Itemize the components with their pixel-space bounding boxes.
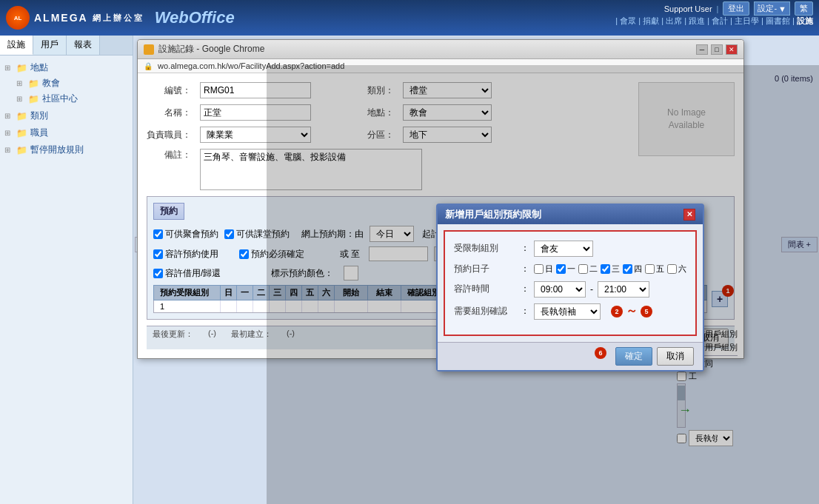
confirm-group-label: 需要組別確認 <box>454 305 521 317</box>
nav-item-followup[interactable]: 跟進 <box>689 16 705 25</box>
expand-icon: ⊞ <box>16 79 25 87</box>
sidebar-tabs: 設施 用戶 報表 <box>0 36 133 56</box>
confirm-button[interactable]: 確定 <box>615 347 652 366</box>
confirm-group-select[interactable]: 長執領袖 <box>534 303 601 320</box>
nav-item-facilities[interactable]: 設施 <box>797 16 813 25</box>
td-group-num: 1 <box>154 300 221 312</box>
tilde-annotation: ～ <box>626 303 638 319</box>
restricted-group-select[interactable]: 會友 <box>534 241 593 257</box>
name-label: 名稱： <box>147 107 191 119</box>
sidebar-item-locations[interactable]: ⊞ 📁 地點 <box>4 60 128 75</box>
allow-use[interactable]: 容許預約使用 <box>153 248 218 261</box>
minimize-button[interactable]: ─ <box>696 44 708 55</box>
add-dialog: 新增用戶組別預約限制 ✕ 受限制組別 ： 會友 <box>436 204 704 372</box>
logout-button[interactable]: 登出 <box>723 1 749 16</box>
church-label: 教會 <box>42 77 60 90</box>
expand-icon: ⊞ <box>4 129 13 137</box>
day-fri-label[interactable]: 五 <box>645 263 664 275</box>
dialog-titlebar: 新增用戶組別預約限制 ✕ <box>438 205 703 224</box>
sidebar-item-community[interactable]: ⊞ 📁 社區中心 <box>4 91 128 107</box>
dialog-close-button[interactable]: ✕ <box>683 209 695 221</box>
day-wed-checkbox[interactable] <box>601 264 610 274</box>
community-label: 社區中心 <box>42 93 78 105</box>
dialog-overlay: 新增用戶組別預約限制 ✕ 受限制組別 ： 會友 <box>267 65 819 504</box>
restore-button[interactable]: □ <box>711 44 723 55</box>
booking-days-label: 預約日子 <box>454 263 521 275</box>
dialog-body: 受限制組別 ： 會友 預約日子 ： 日 <box>444 230 697 336</box>
sidebar-item-church[interactable]: ⊞ 📁 教會 <box>4 75 128 91</box>
allow-use-checkbox[interactable] <box>153 249 163 259</box>
chrome-controls: ─ □ ✕ <box>696 44 738 55</box>
day-sun-checkbox[interactable] <box>534 264 544 274</box>
suspend-label: 暫停開放規則 <box>30 144 84 156</box>
time-from-select[interactable]: 09:00 <box>534 281 586 298</box>
header-user-area: Support User | 登出 設定- ▼ 繁 <box>664 1 813 16</box>
td-mon <box>237 300 253 312</box>
top-header: AL ALMEGA 網上辦公室 WebOffice Support User |… <box>0 0 819 36</box>
page-icon <box>144 44 154 55</box>
sidebar-item-suspend[interactable]: ⊞ 📁 暫停開放規則 <box>4 142 128 158</box>
chrome-title-text: 設施記錄 - Google Chrome <box>158 43 264 56</box>
time-to-select[interactable]: 21:00 <box>598 281 649 298</box>
day-sun-label[interactable]: 日 <box>534 263 553 275</box>
tagline: 網上辦公室 <box>93 13 144 24</box>
allow-class-checkbox[interactable] <box>224 229 234 239</box>
support-user-label: Support User <box>664 4 712 13</box>
time-separator: - <box>590 284 593 295</box>
settings-dropdown[interactable]: 設定- ▼ <box>754 1 790 16</box>
header-right: Support User | 登出 設定- ▼ 繁 | 會眾 | 捐獻 | 出席… <box>615 1 813 27</box>
tab-facilities[interactable]: 設施 <box>0 36 33 55</box>
expand-icon: ⊞ <box>16 95 25 103</box>
sidebar-item-staff[interactable]: ⊞ 📁 職員 <box>4 125 128 141</box>
lang-button[interactable]: 繁 <box>795 1 813 16</box>
day-thu-label[interactable]: 四 <box>623 263 642 275</box>
close-button[interactable]: ✕ <box>726 44 738 55</box>
tree-section-categories: ⊞ 📁 類別 <box>4 108 128 124</box>
nav-item-congregation[interactable]: 會眾 <box>620 16 636 25</box>
day-fri-checkbox[interactable] <box>645 264 655 274</box>
logo-icon: AL <box>6 6 30 30</box>
day-tue-label[interactable]: 二 <box>578 263 598 275</box>
day-mon-checkbox[interactable] <box>556 264 566 274</box>
last-update-value: (-) <box>208 329 216 347</box>
categories-label: 類別 <box>30 110 48 122</box>
badge-5: 5 <box>641 306 652 317</box>
url-icon: 🔒 <box>144 62 153 70</box>
staff-label: 負責職員： <box>147 129 191 141</box>
expand-icon: ⊞ <box>4 64 13 72</box>
nav-item-sunday-school[interactable]: 主日學 <box>735 16 759 25</box>
staff-label: 職員 <box>30 127 48 139</box>
nav-item-library[interactable]: 圖書館 <box>766 16 790 25</box>
dialog-row-time: 容許時間 ： 09:00 - 21:00 <box>454 281 686 298</box>
content-area: 地 間表 + 0 (0 items) 設施記錄 - Google Chrome … <box>133 36 819 504</box>
tab-users[interactable]: 用戶 <box>33 36 67 55</box>
folder-icon: 📁 <box>16 111 27 121</box>
allow-borrow-checkbox[interactable] <box>153 269 163 278</box>
folder-icon: 📁 <box>16 128 27 138</box>
allow-church-booking[interactable]: 可供聚會預約 <box>153 228 218 241</box>
badge-2: 2 <box>611 306 623 317</box>
allow-borrow[interactable]: 容許借用/歸還 <box>153 267 221 280</box>
allowed-time-label: 容許時間 <box>454 283 521 295</box>
sidebar-item-categories[interactable]: ⊞ 📁 類別 <box>4 108 128 124</box>
sidebar-tree: ⊞ 📁 地點 ⊞ 📁 教會 ⊞ 📁 社區中心 ⊞ 📁 <box>0 56 133 504</box>
tree-section-locations: ⊞ 📁 地點 ⊞ 📁 教會 ⊞ 📁 社區中心 <box>4 60 128 107</box>
day-sat-label[interactable]: 六 <box>667 263 686 275</box>
day-tue-checkbox[interactable] <box>578 264 588 274</box>
allow-church-checkbox[interactable] <box>153 229 163 239</box>
nav-item-accounting[interactable]: 會計 <box>712 16 728 25</box>
day-thu-checkbox[interactable] <box>623 264 632 274</box>
nav-item-attendance[interactable]: 出席 <box>666 16 682 25</box>
day-wed-label[interactable]: 三 <box>601 263 620 275</box>
cancel-dialog-button[interactable]: 取消 <box>657 347 694 366</box>
tab-reports[interactable]: 報表 <box>67 36 100 55</box>
must-confirm-checkbox[interactable] <box>239 249 249 259</box>
nav-item-donation[interactable]: 捐獻 <box>643 16 659 25</box>
folder-icon: 📁 <box>16 63 27 73</box>
folder-icon: 📁 <box>28 94 39 104</box>
first-created-label: 最初建立： <box>231 329 272 347</box>
logo-text: ALMEGA <box>34 12 88 24</box>
day-sat-checkbox[interactable] <box>667 264 677 274</box>
folder-icon: 📁 <box>16 145 27 155</box>
day-mon-label[interactable]: 一 <box>556 263 575 275</box>
